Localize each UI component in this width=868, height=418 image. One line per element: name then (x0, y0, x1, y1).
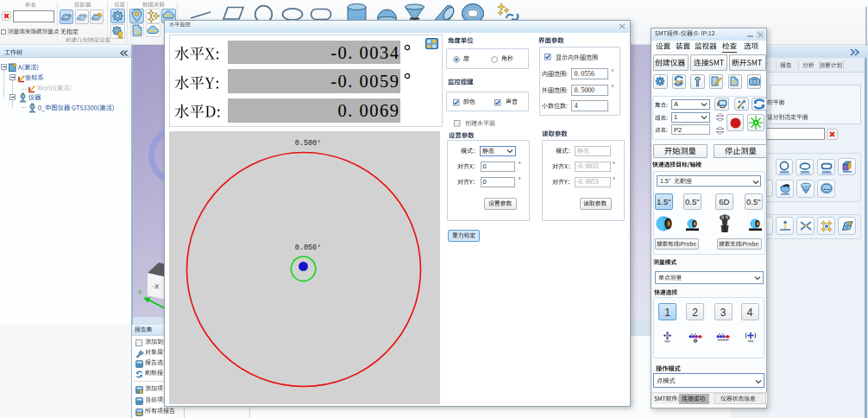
svg-text:Y: Y (138, 289, 142, 295)
svg-text:-X: -X (152, 282, 160, 291)
svg-text:SMT: SMT (676, 80, 684, 85)
